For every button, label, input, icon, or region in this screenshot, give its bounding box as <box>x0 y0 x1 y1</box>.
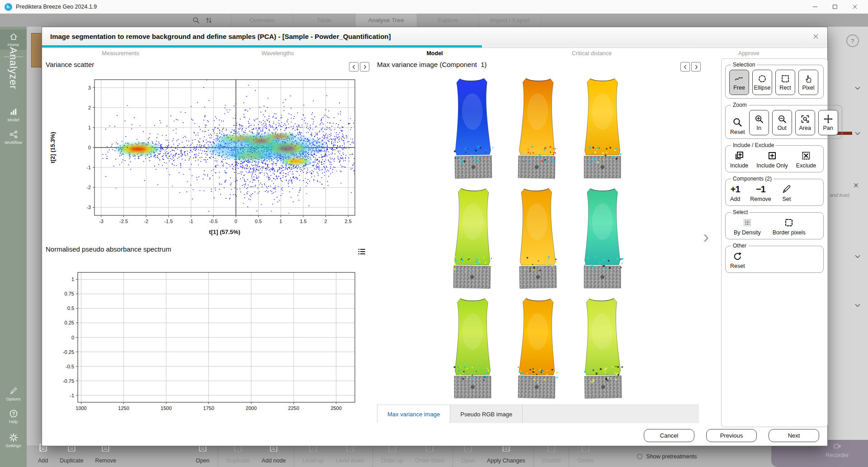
tool-label: Reset <box>730 263 745 269</box>
sidebar-item-workflow[interactable]: Workflow <box>0 130 27 145</box>
spectrum-plot[interactable]: 1000125015001750200022502500-1-0.75-0.5-… <box>46 268 362 417</box>
previous-button[interactable]: Previous <box>706 429 757 442</box>
toolbar-remove-button[interactable]: Remove <box>89 444 122 464</box>
wizard-step-critical-distance[interactable]: Critical distance <box>513 48 670 59</box>
toolbar-open-button[interactable]: Open <box>190 444 216 464</box>
sample-bag-3 <box>570 73 635 183</box>
minimize-button[interactable] <box>808 1 822 12</box>
tool-pan-button[interactable]: Pan <box>818 110 838 135</box>
svg-text:0: 0 <box>235 219 237 224</box>
sidebar-item-settings[interactable]: Settings <box>0 433 27 448</box>
variance-scatter-plot[interactable]: -3-2.5-2-1.5-1-0.500.511.522.5-3-2-10123… <box>46 75 362 243</box>
wizard-step-approve[interactable]: Approve <box>670 48 827 59</box>
dialog-close-button[interactable] <box>810 31 821 42</box>
svg-text:t[2] (15.3%): t[2] (15.3%) <box>49 132 56 163</box>
group-zoom: ZoomResetInOutAreaPan <box>725 102 842 139</box>
tool-label: Include <box>730 162 748 169</box>
image-prev-button[interactable] <box>680 62 690 71</box>
tool-label: Rect <box>779 85 791 91</box>
tool-in-button[interactable]: In <box>749 110 769 135</box>
tool-pixel-button[interactable]: Pixel <box>798 70 818 95</box>
tool-reset-button[interactable]: Reset <box>729 117 746 135</box>
sidebar-item-label: Model <box>8 117 19 122</box>
tool-border-pixels-button[interactable]: Border pixels <box>772 217 807 236</box>
free-draw-icon <box>734 74 744 84</box>
tool-reset-button[interactable]: Reset <box>729 251 746 269</box>
svg-text:-3: -3 <box>99 219 104 224</box>
pan-icon <box>823 114 833 124</box>
image-tab-max-variance-image[interactable]: Max variance image <box>377 405 450 423</box>
scatter-prev-button[interactable] <box>349 62 359 71</box>
toolbar-delete-button: Delete <box>571 444 599 464</box>
tab-import-export[interactable]: Import / Export <box>479 14 541 27</box>
tools-panel: SelectionFreeEllipseRectPixelZoomResetIn… <box>721 58 828 427</box>
group-components-2-: Components (2)+1Add−1RemoveSet <box>725 176 824 206</box>
tool-include-only-button[interactable]: Include Only <box>755 150 788 169</box>
dropdown-caret-icon[interactable] <box>854 253 861 260</box>
max-variance-image[interactable] <box>440 73 635 403</box>
scatter-next-button[interactable] <box>360 62 369 71</box>
toolbar-add-node-button[interactable]: Add node <box>256 444 292 464</box>
svg-text:-0.25: -0.25 <box>63 349 74 355</box>
svg-text:0: 0 <box>71 335 74 340</box>
sidebar-item-options[interactable]: Options <box>0 386 27 401</box>
hand-pointer-icon <box>803 74 813 84</box>
next-button[interactable]: Next <box>769 429 819 442</box>
tool-free-button[interactable]: Free <box>729 70 749 95</box>
wizard-step-model[interactable]: Model <box>356 48 513 59</box>
workflow-icon <box>9 130 18 139</box>
image-next-button[interactable] <box>691 62 701 71</box>
svg-text:2: 2 <box>88 105 91 110</box>
sidebar-item-label: Home <box>8 42 19 47</box>
tool-area-button[interactable]: Area <box>795 110 815 135</box>
tool-exclude-button[interactable]: Exclude <box>795 150 817 169</box>
tool-label: Exclude <box>796 162 816 169</box>
wizard-step-measurements[interactable]: Measurements <box>42 48 199 59</box>
toolbar-duplicate-button: Duplicate <box>221 444 256 464</box>
tool-add-button[interactable]: +1Add <box>729 184 741 202</box>
toolbar-duplicate-button[interactable]: Duplicate <box>54 444 89 464</box>
wizard-steps: MeasurementsWavelengthsModelCritical dis… <box>42 48 827 59</box>
background-right-panel: and true) <box>828 27 868 446</box>
text-icon: −1 <box>756 184 765 195</box>
wizard-step-wavelengths[interactable]: Wavelengths <box>199 48 356 59</box>
panel-expander-chevron[interactable]: › <box>703 226 709 247</box>
tool-by-density-button[interactable]: By Density <box>733 217 762 236</box>
image-tab-pseudo-rgb-image[interactable]: Pseudo RGB image <box>450 405 523 423</box>
sidebar-item-label: Settings <box>5 443 21 448</box>
cancel-button[interactable]: Cancel <box>644 429 694 442</box>
window-controls <box>808 1 868 12</box>
toolbar-add-button[interactable]: Add <box>32 444 54 464</box>
close-button[interactable] <box>848 1 862 12</box>
group-select: SelectBy DensityBorder pixels <box>725 209 824 239</box>
help-bubble-icon[interactable]: ? <box>846 34 859 47</box>
tool-out-button[interactable]: Out <box>772 110 792 135</box>
tool-ellipse-button[interactable]: Ellipse <box>752 70 772 95</box>
tab-analyse-tree[interactable]: Analyse Tree <box>355 14 417 27</box>
sidebar-item-model[interactable]: Model <box>0 107 27 122</box>
tool-label: Include Only <box>756 162 788 169</box>
tool-set-button[interactable]: Set <box>780 184 793 202</box>
tab-overview[interactable]: Overview <box>231 14 293 27</box>
dropdown-caret-icon[interactable] <box>854 130 861 137</box>
sidebar-item-help[interactable]: ?Help <box>0 409 27 424</box>
home-icon <box>9 32 18 41</box>
dropdown-caret-icon[interactable] <box>854 85 861 92</box>
tab-table[interactable]: Table <box>293 14 355 27</box>
group-label: Components (2) <box>731 176 774 182</box>
tool-remove-button[interactable]: −1Remove <box>749 184 772 202</box>
spectrum-menu-icon[interactable] <box>357 247 367 256</box>
zoom-area-icon <box>800 114 810 124</box>
dropdown-caret-icon[interactable] <box>854 302 861 309</box>
maximize-button[interactable] <box>828 1 842 12</box>
clear-x-icon[interactable] <box>853 182 859 188</box>
show-pretreatments-toggle[interactable]: Show pretreatments <box>636 453 697 460</box>
tab-explore[interactable]: Explore <box>417 14 479 27</box>
group-other: OtherReset <box>725 243 824 273</box>
toolbar-apply-changes-button[interactable]: Apply Changes <box>481 444 531 464</box>
search-icon[interactable] <box>192 16 200 24</box>
group-label: Selection <box>731 62 757 68</box>
sort-icon[interactable] <box>205 16 213 24</box>
tool-include-button[interactable]: Include <box>729 150 749 169</box>
tool-rect-button[interactable]: Rect <box>775 70 795 95</box>
